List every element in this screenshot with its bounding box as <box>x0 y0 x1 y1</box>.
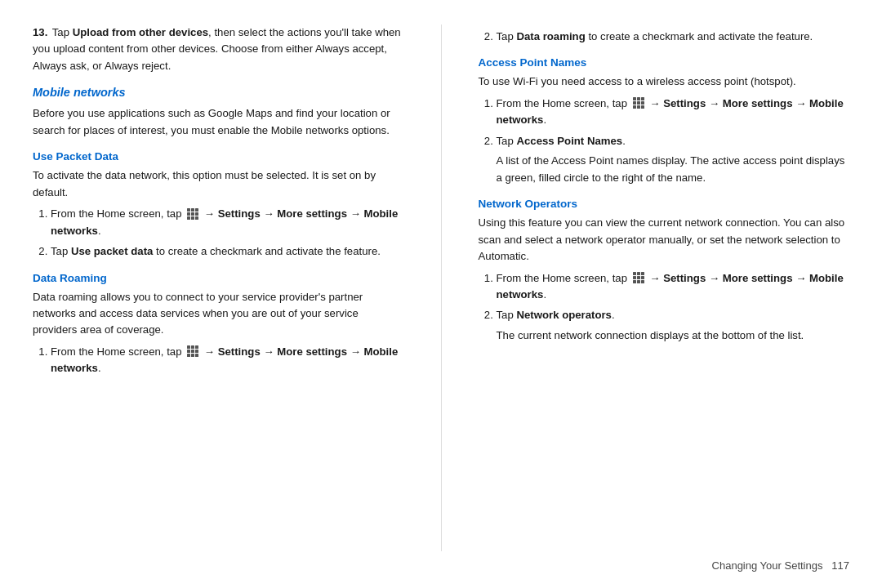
step-bold: Data roaming <box>516 30 585 42</box>
svg-rect-11 <box>195 345 198 349</box>
data-roaming-list: From the Home screen, tap → Settings → M… <box>33 344 404 377</box>
list-item: Tap Network operators. The current netwo… <box>497 307 850 344</box>
grid-icon <box>186 207 199 220</box>
network-operators-list: From the Home screen, tap → Settings → M… <box>479 270 850 345</box>
svg-rect-17 <box>195 354 198 357</box>
svg-rect-27 <box>633 272 636 275</box>
step-bold: Network operators <box>516 309 612 321</box>
data-roaming-cont-list: Tap Data roaming to create a checkmark a… <box>479 29 850 45</box>
svg-rect-0 <box>187 208 190 212</box>
use-packet-data-list: From the Home screen, tap → Settings → M… <box>33 206 404 260</box>
svg-rect-32 <box>641 276 644 279</box>
svg-rect-4 <box>191 212 194 216</box>
left-column: 13. Tap Upload from other devices, then … <box>33 24 412 551</box>
svg-rect-18 <box>633 97 636 100</box>
svg-rect-29 <box>641 272 644 275</box>
svg-rect-31 <box>637 276 640 279</box>
access-point-names-intro: To use Wi-Fi you need access to a wirele… <box>479 74 850 90</box>
grid-icon <box>632 96 645 109</box>
data-roaming-title: Data Roaming <box>33 272 404 284</box>
svg-rect-30 <box>633 276 636 279</box>
list-item: Tap Use packet data to create a checkmar… <box>51 243 404 260</box>
step-bold: → Settings → More settings → Mobile netw… <box>497 272 844 301</box>
upload-bold: Upload from other devices <box>73 26 208 38</box>
footer-label: Changing Your Settings <box>712 559 823 572</box>
step-bold: Access Point Names <box>516 135 622 147</box>
access-point-names-title: Access Point Names <box>479 56 850 69</box>
step-bold: → Settings → More settings → Mobile netw… <box>51 207 398 236</box>
svg-rect-24 <box>633 105 636 109</box>
column-divider <box>441 24 442 551</box>
item-number: 13. <box>33 26 47 38</box>
svg-rect-28 <box>637 272 640 275</box>
svg-rect-7 <box>191 216 194 220</box>
step-bold: → Settings → More settings → Mobile netw… <box>51 345 398 374</box>
svg-rect-23 <box>641 101 644 105</box>
network-operators-title: Network Operators <box>479 198 850 210</box>
svg-rect-1 <box>191 208 194 212</box>
right-column: Tap Data roaming to create a checkmark a… <box>470 24 850 551</box>
svg-rect-26 <box>641 105 644 109</box>
data-roaming-intro: Data roaming allows you to connect to yo… <box>33 289 404 339</box>
list-item: From the Home screen, tap → Settings → M… <box>497 96 850 129</box>
svg-rect-21 <box>633 101 636 105</box>
svg-rect-3 <box>187 212 190 216</box>
svg-rect-25 <box>637 105 640 109</box>
mobile-networks-title: Mobile networks <box>33 86 404 99</box>
svg-rect-10 <box>191 345 194 349</box>
svg-rect-16 <box>191 354 194 357</box>
grid-icon <box>186 345 199 358</box>
svg-rect-6 <box>187 216 190 220</box>
use-packet-data-title: Use Packet Data <box>33 150 404 163</box>
svg-rect-2 <box>195 208 198 212</box>
svg-rect-33 <box>633 280 636 283</box>
mobile-networks-intro: Before you use applications such as Goog… <box>33 105 404 139</box>
footer: Changing Your Settings 117 <box>33 551 849 572</box>
svg-rect-34 <box>637 280 640 283</box>
list-item: From the Home screen, tap → Settings → M… <box>51 206 404 239</box>
svg-rect-5 <box>195 212 198 216</box>
svg-rect-8 <box>195 216 198 220</box>
page: 13. Tap Upload from other devices, then … <box>0 0 882 588</box>
step-bold: → Settings → More settings → Mobile netw… <box>497 97 844 126</box>
svg-rect-35 <box>641 280 644 283</box>
svg-rect-15 <box>187 354 190 357</box>
grid-icon <box>632 271 645 284</box>
svg-rect-12 <box>187 350 190 353</box>
network-operators-intro: Using this feature you can view the curr… <box>479 215 850 265</box>
network-operators-followup: The current network connection displays … <box>497 327 850 344</box>
svg-rect-14 <box>195 350 198 353</box>
svg-rect-9 <box>187 345 190 349</box>
list-item: Tap Access Point Names. A list of the Ac… <box>497 133 850 186</box>
step-bold: Use packet data <box>71 245 153 257</box>
content-area: 13. Tap Upload from other devices, then … <box>33 24 849 551</box>
access-point-followup: A list of the Access Point names display… <box>497 153 850 186</box>
svg-rect-20 <box>641 97 644 100</box>
footer-page-number: 117 <box>831 559 849 572</box>
list-item: From the Home screen, tap → Settings → M… <box>497 270 850 304</box>
use-packet-data-intro: To activate the data network, this optio… <box>33 167 404 201</box>
svg-rect-22 <box>637 101 640 105</box>
svg-rect-19 <box>637 97 640 100</box>
list-item: Tap Data roaming to create a checkmark a… <box>497 29 850 45</box>
intro-item-13: 13. Tap Upload from other devices, then … <box>33 24 404 74</box>
svg-rect-13 <box>191 350 194 353</box>
list-item: From the Home screen, tap → Settings → M… <box>51 344 404 377</box>
access-point-names-list: From the Home screen, tap → Settings → M… <box>479 96 850 186</box>
